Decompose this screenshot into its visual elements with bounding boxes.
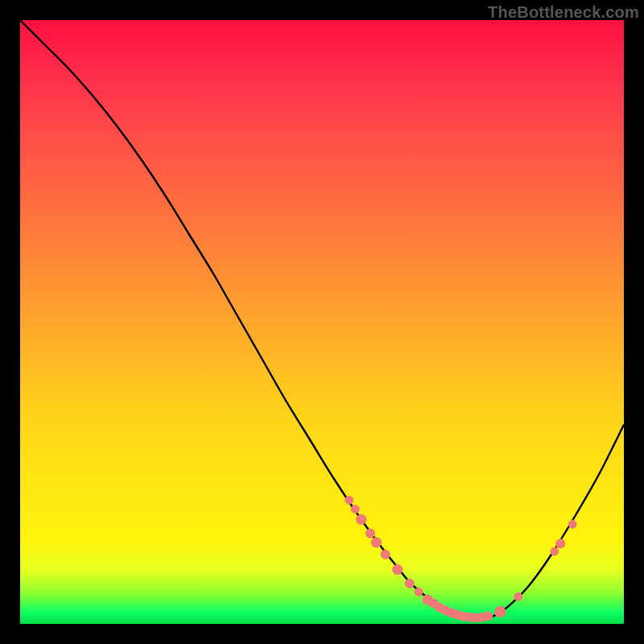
curve-marker (415, 588, 423, 597)
curve-marker (381, 550, 390, 559)
curve-marker (345, 496, 353, 505)
curve-marker (568, 520, 577, 529)
plot-area (20, 20, 624, 624)
bottleneck-curve (20, 20, 624, 618)
curve-marker (555, 539, 565, 548)
curve-marker (494, 606, 506, 617)
chart-stage: TheBottleneck.com (0, 0, 644, 644)
curve-marker (514, 592, 522, 601)
curve-marker (405, 579, 415, 588)
plot-svg (20, 20, 624, 624)
watermark-text: TheBottleneck.com (488, 3, 639, 22)
curve-markers (345, 496, 576, 623)
curve-marker (392, 564, 402, 575)
curve-marker (351, 505, 360, 514)
curve-marker (356, 514, 366, 525)
curve-marker (483, 611, 493, 621)
curve-marker (550, 547, 559, 556)
curve-marker (371, 537, 382, 547)
curve-marker (365, 529, 375, 539)
